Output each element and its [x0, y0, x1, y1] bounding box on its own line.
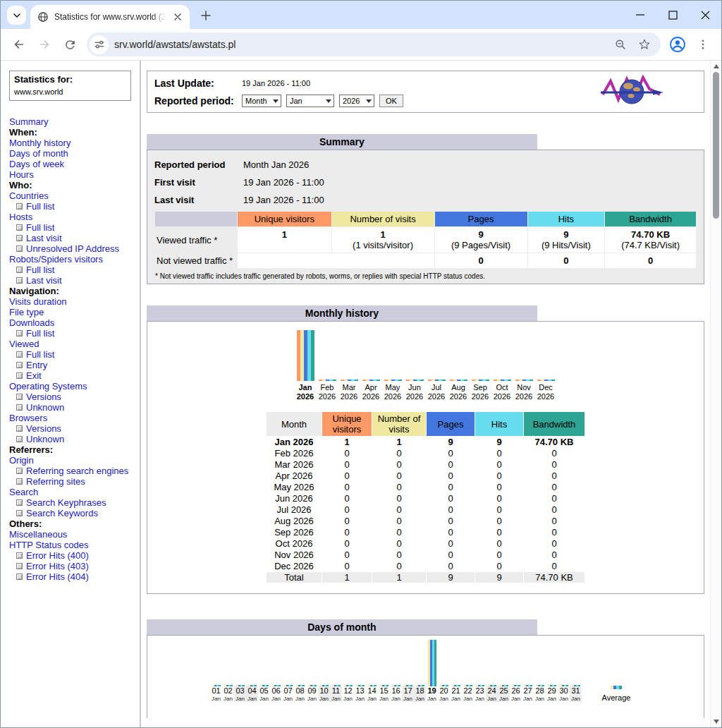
sidebar-item-visits-duration[interactable]: Visits duration: [9, 296, 135, 307]
sidebar-item-exit[interactable]: Exit: [9, 370, 135, 381]
sidebar-item-http-status-codes[interactable]: HTTP Status codes: [9, 540, 135, 550]
sidebar-item-full-list[interactable]: Full list: [9, 222, 135, 233]
period-type-select[interactable]: Month: [242, 95, 281, 107]
sidebar-item-error-hits-403[interactable]: Error Hits (403): [9, 561, 135, 571]
site-settings-button[interactable]: [90, 35, 109, 54]
sidebar-item-countries[interactable]: Countries: [9, 190, 135, 201]
scrollbar-thumb[interactable]: [713, 72, 719, 219]
menu-item-label[interactable]: Full list: [26, 328, 54, 339]
menu-item-label[interactable]: Full list: [26, 222, 54, 233]
tab-search-button[interactable]: [7, 6, 26, 25]
menu-item-label[interactable]: Summary: [9, 116, 49, 127]
menu-item-label[interactable]: Countries: [9, 190, 49, 201]
menu-item-label[interactable]: Visits duration: [9, 296, 66, 307]
maximize-button[interactable]: [656, 1, 689, 29]
browser-menu-button[interactable]: [692, 33, 714, 56]
new-tab-button[interactable]: [197, 6, 215, 25]
sidebar-item-search[interactable]: Search: [9, 487, 135, 497]
url-text[interactable]: srv.world/awstats/awstats.pl: [114, 39, 606, 50]
sidebar-item-search-keywords[interactable]: Search Keywords: [9, 508, 135, 518]
sidebar-item-browsers[interactable]: Browsers: [9, 413, 135, 423]
menu-item-label[interactable]: Unresolved IP Address: [26, 243, 119, 254]
sidebar-item-origin[interactable]: Origin: [9, 455, 135, 466]
vertical-scrollbar[interactable]: [710, 61, 721, 727]
menu-item-label[interactable]: Unknown: [26, 434, 64, 444]
sidebar-item-file-type[interactable]: File type: [9, 307, 135, 317]
menu-item-label[interactable]: Hosts: [9, 212, 32, 222]
menu-item-label[interactable]: Viewed: [9, 339, 39, 349]
sidebar-item-downloads[interactable]: Downloads: [9, 317, 135, 328]
sidebar-item-unresolved-ip-address[interactable]: Unresolved IP Address: [9, 243, 135, 254]
sidebar-item-full-list[interactable]: Full list: [9, 328, 135, 339]
menu-item-label[interactable]: Search Keywords: [26, 508, 98, 518]
menu-item-label[interactable]: Origin: [9, 455, 34, 466]
scroll-up-arrow-icon[interactable]: [714, 64, 719, 68]
menu-item-label[interactable]: Days of week: [9, 159, 64, 169]
tab-close-button[interactable]: [171, 11, 184, 23]
forward-button[interactable]: [33, 33, 56, 56]
ok-button[interactable]: OK: [379, 95, 403, 107]
menu-item-label[interactable]: Versions: [26, 392, 61, 402]
sidebar-item-referring-search-engines[interactable]: Referring search engines: [9, 466, 135, 476]
menu-item-label[interactable]: Search: [9, 487, 38, 497]
sidebar-item-last-visit[interactable]: Last visit: [9, 233, 135, 243]
zoom-out-button[interactable]: [611, 35, 630, 54]
menu-item-label[interactable]: Last visit: [26, 233, 62, 243]
sidebar-item-last-visit[interactable]: Last visit: [9, 275, 135, 286]
sidebar-item-monthly-history[interactable]: Monthly history: [9, 138, 135, 148]
scroll-down-arrow-icon[interactable]: [714, 720, 719, 724]
menu-item-label[interactable]: Days of month: [9, 148, 68, 159]
menu-item-label[interactable]: Error Hits (403): [26, 561, 89, 571]
sidebar-item-full-list[interactable]: Full list: [9, 201, 135, 212]
sidebar-item-operating-systems[interactable]: Operating Systems: [9, 381, 135, 392]
menu-item-label[interactable]: Referring search engines: [26, 466, 128, 476]
sidebar-item-search-keyphrases[interactable]: Search Keyphrases: [9, 497, 135, 508]
menu-item-label[interactable]: Exit: [26, 370, 42, 381]
menu-item-label[interactable]: Hours: [9, 169, 34, 180]
menu-item-label[interactable]: Error Hits (400): [26, 550, 89, 561]
sidebar-item-viewed[interactable]: Viewed: [9, 339, 135, 349]
sidebar-item-versions[interactable]: Versions: [9, 423, 135, 434]
active-tab[interactable]: Statistics for www.srv.world (20: [30, 5, 190, 29]
back-button[interactable]: [8, 33, 30, 56]
menu-item-label[interactable]: File type: [9, 307, 44, 317]
sidebar-item-summary[interactable]: Summary: [9, 116, 135, 127]
sidebar-item-full-list[interactable]: Full list: [9, 349, 135, 360]
address-bar[interactable]: srv.world/awstats/awstats.pl: [87, 32, 661, 56]
menu-item-label[interactable]: Monthly history: [9, 138, 71, 148]
menu-item-label[interactable]: Operating Systems: [9, 381, 87, 392]
reload-button[interactable]: [59, 33, 81, 56]
menu-item-label[interactable]: Full list: [26, 349, 54, 360]
profile-button[interactable]: [666, 33, 689, 56]
menu-item-label[interactable]: Robots/Spiders visitors: [9, 254, 103, 265]
sidebar-item-days-of-week[interactable]: Days of week: [9, 159, 135, 169]
menu-item-label[interactable]: Referring sites: [26, 476, 85, 487]
menu-item-label[interactable]: Search Keyphrases: [26, 497, 106, 508]
sidebar-item-unknown[interactable]: Unknown: [9, 434, 135, 444]
menu-item-label[interactable]: Full list: [26, 201, 54, 212]
menu-item-label[interactable]: Versions: [26, 423, 61, 434]
minimize-button[interactable]: [624, 1, 656, 29]
bookmark-button[interactable]: [635, 35, 654, 54]
period-month-select[interactable]: Jan: [286, 95, 334, 107]
sidebar-item-referring-sites[interactable]: Referring sites: [9, 476, 135, 487]
sidebar-item-error-hits-404[interactable]: Error Hits (404): [9, 571, 135, 582]
sidebar-item-robots-spiders-visitors[interactable]: Robots/Spiders visitors: [9, 254, 135, 265]
sidebar-item-miscellaneous[interactable]: Miscellaneous: [9, 529, 135, 540]
menu-item-label[interactable]: HTTP Status codes: [9, 540, 88, 550]
menu-item-label[interactable]: Entry: [26, 360, 47, 370]
sidebar-item-unknown[interactable]: Unknown: [9, 402, 135, 413]
sidebar-item-error-hits-400[interactable]: Error Hits (400): [9, 550, 135, 561]
menu-item-label[interactable]: Full list: [26, 265, 54, 275]
menu-item-label[interactable]: Downloads: [9, 317, 54, 328]
menu-item-label[interactable]: Error Hits (404): [26, 571, 89, 582]
sidebar-item-entry[interactable]: Entry: [9, 360, 135, 370]
sidebar-item-versions[interactable]: Versions: [9, 392, 135, 402]
sidebar-item-full-list[interactable]: Full list: [9, 265, 135, 275]
sidebar-item-hosts[interactable]: Hosts: [9, 212, 135, 222]
period-year-select[interactable]: 2026: [339, 95, 374, 107]
menu-item-label[interactable]: Unknown: [26, 402, 64, 413]
menu-item-label[interactable]: Miscellaneous: [9, 529, 67, 540]
sidebar-item-days-of-month[interactable]: Days of month: [9, 148, 135, 159]
menu-item-label[interactable]: Last visit: [26, 275, 62, 286]
